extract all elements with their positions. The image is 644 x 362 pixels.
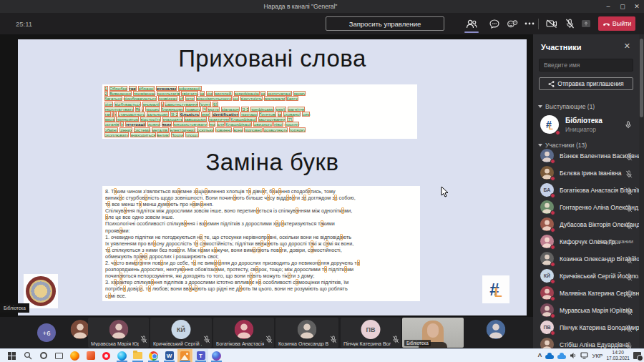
mic-on-icon[interactable] xyxy=(625,119,632,132)
volume-icon[interactable] xyxy=(570,352,577,359)
participant-row[interactable]: Гонтаренко Аліна Олександ... xyxy=(533,199,639,216)
maximize-icon[interactable]: ◻ xyxy=(615,0,630,13)
window-titlebar: Нарада в каналі "General" – ◻ ✕ xyxy=(0,0,644,13)
taskbar-sphere-icon[interactable] xyxy=(209,349,224,362)
participants-icon[interactable] xyxy=(465,18,478,29)
presence-busy-badge xyxy=(550,176,555,181)
request-control-button[interactable]: Запросить управление xyxy=(326,16,444,31)
close-icon[interactable]: ✕ xyxy=(630,0,644,13)
leave-button[interactable]: Выйти xyxy=(598,16,635,31)
video-tile[interactable]: Бібліотека xyxy=(402,318,464,348)
avatar xyxy=(540,338,554,348)
action-center-icon[interactable] xyxy=(633,352,641,359)
participant-row[interactable]: Бєлєва Ірина Іванівна xyxy=(533,165,639,182)
mic-off-icon[interactable] xyxy=(563,18,576,29)
avatar: КЙ xyxy=(172,320,191,339)
more-options-icon[interactable] xyxy=(523,18,536,29)
participant-name: Бєлєва Ірина Іванівна xyxy=(560,170,621,177)
overflow-participants-badge[interactable]: +6 xyxy=(37,323,56,342)
mic-muted-icon xyxy=(625,151,633,164)
presence-busy-badge xyxy=(550,210,555,215)
clock[interactable]: 14:20 17.03.2021 xyxy=(606,350,630,361)
mic-muted-icon xyxy=(203,333,210,346)
avatar xyxy=(71,320,90,339)
tile-name: Пінчук Катерина Вол... xyxy=(343,341,391,346)
mic-muted-icon xyxy=(203,336,210,343)
mic-muted-icon xyxy=(625,342,633,348)
scrollbar-thumb[interactable] xyxy=(640,39,643,117)
speaker-row[interactable]: #L Бібліотека Инициатор xyxy=(533,112,639,139)
tile-name: Бібліотека xyxy=(404,340,431,346)
mic-muted-icon xyxy=(625,185,633,198)
participant-row[interactable]: КЙКричківський Сергій Йосипо... xyxy=(533,268,639,285)
taskbar-edge-icon[interactable] xyxy=(114,349,130,362)
avatar xyxy=(540,166,554,180)
participant-row[interactable]: Кифорчук Олена Гр...На удержании xyxy=(533,233,639,250)
speakers-section-header[interactable]: Выступающие (1) xyxy=(538,103,595,110)
meeting-toolbar: 25:11 Запросить управление Выйти xyxy=(0,13,644,34)
share-screen-icon[interactable] xyxy=(580,18,592,29)
close-panel-icon[interactable]: ✕ xyxy=(624,41,630,51)
participant-row[interactable]: Козинка Олександр Віталійо... xyxy=(533,250,639,268)
participant-row[interactable]: Дубасова Вікторія Олександ... xyxy=(533,216,639,233)
participant-row[interactable]: БАБогатікова Анастасія Віталіїв... xyxy=(533,182,639,199)
avatar: ПВ xyxy=(361,320,381,339)
taskbar-start-icon[interactable] xyxy=(4,349,19,362)
speaker-avatar: #L xyxy=(540,115,559,134)
participant-row[interactable]: ПВПінчук Катерина Володимир... xyxy=(533,319,639,336)
mic-muted-icon xyxy=(140,333,147,346)
mic-muted-icon xyxy=(625,168,633,181)
mic-muted-icon xyxy=(625,254,633,267)
taskbar-task-view-icon[interactable] xyxy=(52,349,67,362)
taskbar-photos-icon[interactable] xyxy=(177,349,192,362)
tray-expand-icon[interactable]: ^ xyxy=(538,353,542,361)
taskbar-teams-icon[interactable]: T xyxy=(193,349,208,362)
camera-off-icon[interactable] xyxy=(545,18,558,29)
participant-tile[interactable]: ПВПінчук Катерина Вол... xyxy=(341,318,401,348)
mic-muted-icon xyxy=(265,336,273,343)
participant-tile[interactable]: Муравська Марія Юр... xyxy=(88,318,149,348)
presence-busy-badge xyxy=(550,313,555,318)
window-scrollbar[interactable] xyxy=(639,34,644,348)
mic-muted-icon xyxy=(625,308,633,315)
participant-search-input[interactable] xyxy=(539,59,633,72)
speaker-role: Инициатор xyxy=(565,126,596,133)
mic-muted-icon xyxy=(392,333,399,346)
taskbar-explorer-icon[interactable] xyxy=(130,349,145,362)
network-icon[interactable] xyxy=(580,352,588,359)
taskbar-cortana-icon[interactable] xyxy=(36,349,51,362)
teams-meeting-window: Нарада в каналі "General" – ◻ ✕ 25:11 За… xyxy=(0,0,644,362)
window-title: Нарада в каналі "General" xyxy=(0,0,601,13)
taskbar-search-icon[interactable] xyxy=(20,349,35,362)
tile-name: Кричківський Сергій ... xyxy=(153,341,202,346)
presence-busy-badge xyxy=(550,245,555,250)
language-indicator[interactable]: УКР xyxy=(592,353,602,359)
participant-tile[interactable] xyxy=(465,318,527,348)
avatar: КЙ xyxy=(540,269,554,283)
onedrive-icon[interactable] xyxy=(545,355,554,359)
mic-muted-icon xyxy=(265,333,273,346)
participant-tile[interactable]: КЙКричківський Сергій ... xyxy=(150,318,212,348)
minimize-icon[interactable]: – xyxy=(601,0,615,13)
taskbar-opera-icon[interactable] xyxy=(99,349,114,362)
hidden-words-text-block: 1. Обробка такі зібраної журналах інформ… xyxy=(102,84,417,139)
taskbar-office-icon[interactable] xyxy=(83,349,98,362)
taskbar-firefox-icon[interactable] xyxy=(67,349,82,362)
taskbar-word-icon[interactable]: W xyxy=(162,349,177,362)
tile-name: Козинка Олександр В... xyxy=(278,341,328,346)
participant-tile[interactable]: Богатікова Анастасія ... xyxy=(213,318,274,348)
hangup-icon xyxy=(602,21,610,26)
avatar xyxy=(109,320,128,339)
onedrive-icon[interactable] xyxy=(557,355,566,359)
taskbar-chrome-icon[interactable] xyxy=(146,349,161,362)
participant-row[interactable]: Стібіш Аліна Едуардівна xyxy=(533,336,639,348)
participant-row[interactable]: Візнюк Валентина Василівна xyxy=(533,147,639,165)
reactions-icon[interactable] xyxy=(506,18,519,29)
avatar xyxy=(487,320,506,339)
chat-icon[interactable] xyxy=(488,18,501,29)
participant-row[interactable]: Малявіна Катерина Сергіївна xyxy=(533,285,639,302)
participant-row[interactable]: Муравська Марія Юріївна xyxy=(533,302,639,319)
avatar xyxy=(234,320,253,339)
send-invite-button[interactable]: Отправка приглашения xyxy=(539,77,633,90)
participant-tile[interactable]: Козинка Олександр В... xyxy=(275,318,338,348)
